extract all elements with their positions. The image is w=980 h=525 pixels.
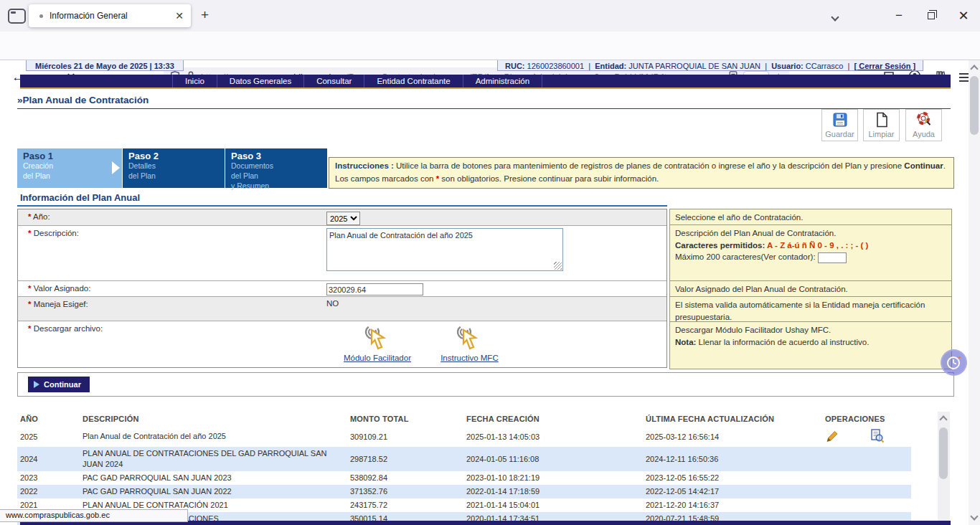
hint-ano: Seleccione el año de Contratación.	[669, 209, 952, 225]
continue-section: Continuar	[17, 372, 954, 397]
window-close-button[interactable]: ✕	[953, 6, 974, 26]
hint-descripcion: Descripción del Plan Anual de Contrataci…	[669, 225, 952, 281]
hint-esigef: El sistema valida automáticamente si la …	[669, 297, 952, 322]
instructivo-mfc-download[interactable]: Instructivo MFC	[440, 323, 499, 362]
esigef-value: NO	[326, 299, 339, 308]
col-ultima-actualizacion: ÚLTIMA FECHA ACTUALIZACIÓN	[643, 415, 822, 423]
nav-item-consultar[interactable]: Consultar	[303, 75, 364, 88]
table-row[interactable]: 2023 PAC GAD PARROQUIAL SAN JUAN 2023 53…	[17, 471, 911, 485]
char-counter-input[interactable]	[818, 252, 847, 263]
esigef-label: Maneja Esigef:	[34, 300, 88, 308]
clear-button-label: Limpiar	[864, 130, 899, 138]
assigned-value-input[interactable]	[326, 283, 423, 295]
table-row[interactable]: 2022 PAC GAD PARROQUIAL SAN JUAN 2022 37…	[17, 485, 911, 498]
scroll-up-icon[interactable]	[939, 415, 947, 423]
scroll-up-icon[interactable]	[970, 65, 978, 72]
clock-icon	[946, 354, 963, 372]
step-2-detalles[interactable]: Paso 2 Detalles del Plan	[123, 148, 225, 188]
clear-button[interactable]: Limpiar	[863, 109, 900, 141]
download-label: Descargar archivo:	[34, 324, 103, 333]
tab-favicon-dot-icon	[39, 14, 43, 18]
form-row-esigef: * Maneja Esigef: NO	[18, 296, 666, 321]
col-descripcion: DESCRIPCIÓN	[80, 415, 347, 423]
year-select[interactable]: 2025	[326, 212, 360, 225]
page-title: »Plan Anual de Contratación	[17, 95, 951, 109]
click-download-icon	[454, 345, 484, 354]
textarea-resize-grip-icon[interactable]	[554, 262, 562, 270]
form-row-ano: * Año: 2025	[18, 209, 666, 225]
lifebuoy-help-icon	[915, 121, 933, 130]
year-label: Año:	[33, 212, 50, 221]
page-scrollbar[interactable]	[969, 60, 980, 525]
active-step-arrow-icon	[112, 161, 120, 174]
edit-pencil-icon[interactable]	[825, 429, 839, 445]
browser-tab-bar: Información General ✕ + − ✕	[0, 0, 980, 32]
view-details-icon[interactable]	[870, 428, 885, 445]
nav-item-datos-generales[interactable]: Datos Generales	[217, 75, 303, 88]
click-download-icon	[362, 345, 392, 354]
nav-item-entidad-contratante[interactable]: Entidad Contratante	[364, 75, 462, 88]
blank-page-icon	[873, 121, 890, 130]
modulo-facilitador-link: Módulo Facilitador	[344, 354, 411, 362]
hint-valor: Valor Asignado del Plan Anual de Contrat…	[669, 281, 952, 297]
table-row[interactable]: 2024 PLAN ANUAL DE CONTRATACIONES DEL GA…	[17, 447, 911, 471]
form-section-title: Información del Plan Anual	[17, 192, 667, 207]
main-navigation: Inicio Datos Generales Consultar Entidad…	[20, 75, 951, 89]
save-button[interactable]: Guardar	[821, 109, 858, 141]
scroll-down-icon[interactable]	[970, 512, 978, 520]
assigned-value-label: Valor Asignado:	[34, 284, 91, 293]
window-restore-button[interactable]	[920, 6, 942, 26]
nav-item-administracion[interactable]: Administración	[463, 75, 542, 88]
description-textarea[interactable]: Plan Anual de Contratación del año 2025	[326, 228, 563, 271]
logout-link[interactable]: [ Cerrar Sesión ]	[854, 62, 916, 70]
new-tab-button[interactable]: +	[201, 7, 209, 23]
table-row[interactable]: 2025 Plan Anual de Contratación del año …	[17, 426, 911, 447]
site-datetime: Miércoles 21 de Mayo de 2025 | 13:33	[26, 60, 184, 71]
form-row-descripcion: * Descripción: Plan Anual de Contratació…	[18, 225, 666, 280]
instructivo-mfc-link: Instructivo MFC	[440, 354, 499, 362]
list-tabs-chevron-icon[interactable]	[832, 10, 838, 23]
tab-close-icon[interactable]: ✕	[175, 11, 184, 21]
help-button[interactable]: Ayuda	[905, 109, 942, 141]
help-button-label: Ayuda	[906, 130, 941, 138]
col-operaciones: OPERACIONES	[822, 415, 911, 423]
browser-toolbar: ← → ✕ https://www.compraspublicas.gob.ec…	[0, 32, 980, 60]
window-minimize-button[interactable]: −	[888, 6, 910, 26]
plan-form: * Año: 2025 * Descripción: Plan Anual de…	[17, 209, 667, 368]
continue-button[interactable]: Continuar	[28, 377, 90, 392]
table-scrollbar-thumb[interactable]	[939, 427, 948, 479]
page-scrollbar-thumb[interactable]	[970, 76, 979, 135]
arrow-right-icon	[34, 381, 39, 388]
form-row-descargar: * Descargar archivo: Módulo Facilitador …	[18, 321, 666, 367]
col-fecha-creacion: FECHA CREACIÓN	[463, 415, 643, 423]
form-hints-column: Seleccione el año de Contratación. Descr…	[669, 209, 952, 369]
session-info-bar: RUC: 1260023860001 | Entidad: JUNTA PARR…	[497, 60, 923, 71]
firefox-view-icon[interactable]	[8, 9, 26, 24]
floating-clock-widget[interactable]	[941, 349, 967, 376]
save-button-label: Guardar	[822, 130, 857, 138]
step-3-documentos[interactable]: Paso 3 Documentos del Plan y Resumen	[225, 148, 327, 188]
form-row-valor: * Valor Asignado:	[18, 280, 666, 296]
step-1-creacion[interactable]: Paso 1 Creación del Plan	[17, 148, 122, 188]
floppy-disk-icon	[831, 121, 849, 130]
nav-item-inicio[interactable]: Inicio	[172, 75, 217, 88]
tab-title: Información General	[50, 11, 169, 21]
hint-descargar: Descargar Módulo Facilitador Ushay MFC. …	[669, 322, 952, 369]
col-monto-total: MONTO TOTAL	[347, 415, 463, 423]
table-header-row: AÑO DESCRIPCIÓN MONTO TOTAL FECHA CREACI…	[17, 412, 911, 426]
plans-table: AÑO DESCRIPCIÓN MONTO TOTAL FECHA CREACI…	[17, 412, 911, 525]
table-scrollbar[interactable]	[938, 412, 950, 525]
instructions-box: Instrucciones : Utilice la barra de boto…	[329, 157, 954, 189]
description-label: Descripción:	[34, 229, 79, 237]
col-ano: AÑO	[17, 415, 80, 423]
modulo-facilitador-download[interactable]: Módulo Facilitador	[344, 323, 411, 362]
browser-tab[interactable]: Información General ✕	[29, 4, 191, 27]
status-link-preview: www.compraspublicas.gob.ec	[0, 509, 188, 522]
